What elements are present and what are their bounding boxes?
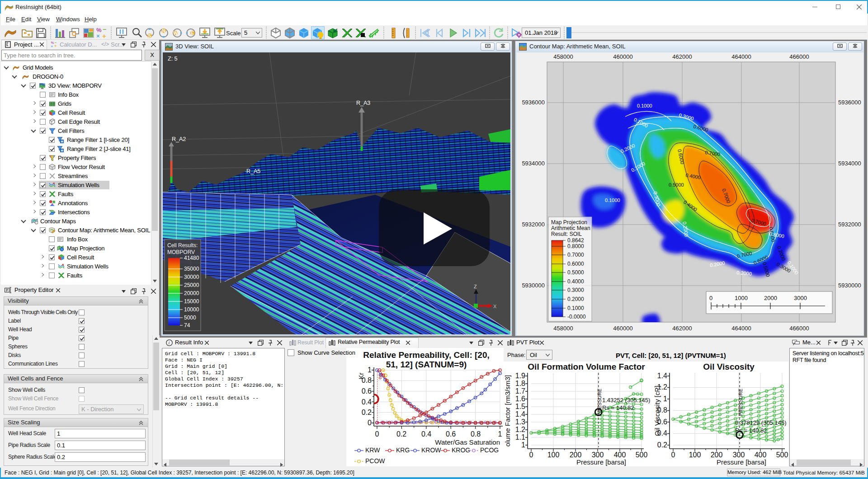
svg-text:0.2: 0.2 [362, 409, 372, 416]
svg-text:1: 1 [368, 366, 372, 374]
svg-text:100: 100 [547, 451, 560, 459]
svg-text:200: 200 [570, 451, 582, 459]
svg-text:100: 100 [689, 451, 701, 459]
svg-text:1.2: 1.2 [515, 426, 525, 433]
svg-text:0.1000: 0.1000 [605, 197, 620, 203]
svg-text:458000: 458000 [553, 325, 573, 332]
svg-text:0.4: 0.4 [362, 398, 372, 406]
svg-text:PCOG: PCOG [480, 446, 499, 454]
svg-text:0.2: 0.2 [396, 430, 406, 438]
svg-text:300: 300 [733, 451, 745, 459]
svg-text:1.1: 1.1 [515, 433, 525, 441]
svg-text:1: 1 [521, 441, 525, 449]
svg-text:35000: 35000 [184, 266, 199, 272]
svg-text:0.8642: 0.8642 [567, 237, 584, 244]
svg-text:Pressure [barsa]: Pressure [barsa] [576, 458, 626, 466]
svg-text:0.6000: 0.6000 [567, 261, 584, 267]
svg-text:1: 1 [663, 395, 667, 403]
svg-text:S: S [148, 33, 151, 38]
svg-text:0: 0 [375, 430, 379, 438]
svg-text:0: 0 [529, 451, 533, 459]
svg-text:R_A2: R_A2 [172, 136, 186, 142]
svg-text:×: × [51, 44, 53, 48]
svg-text:MOBPORV: MOBPORV [167, 249, 195, 255]
svg-text:KRG: KRG [396, 446, 410, 454]
svg-text:R_A3: R_A3 [356, 100, 370, 106]
svg-text:Oil Viscosity: Oil Viscosity [703, 362, 755, 371]
svg-text:E: E [191, 31, 194, 36]
svg-text:5932000: 5932000 [838, 221, 861, 228]
svg-text:0.7000: 0.7000 [567, 252, 584, 258]
svg-text:25000: 25000 [184, 282, 199, 288]
svg-text:0.5000: 0.5000 [567, 269, 584, 276]
svg-text:464000: 464000 [731, 53, 751, 60]
svg-text:2000: 2000 [764, 295, 777, 301]
svg-text:3000: 3000 [794, 295, 807, 301]
svg-text:0.2000: 0.2000 [567, 296, 584, 302]
svg-text:Rs = 140.82: Rs = 140.82 [602, 404, 634, 411]
svg-text:Result: SOIL: Result: SOIL [551, 231, 582, 237]
svg-text:200: 200 [711, 451, 723, 459]
svg-text:R_A5: R_A5 [246, 168, 260, 174]
svg-text:Map Projection: Map Projection [551, 219, 587, 225]
svg-text:460000: 460000 [613, 325, 632, 332]
svg-text:0: 0 [368, 419, 372, 427]
svg-text:-0.0000: -0.0000 [567, 314, 586, 320]
svg-text:10000: 10000 [184, 306, 199, 313]
svg-text:0.5000: 0.5000 [669, 182, 684, 188]
svg-text:+: + [102, 32, 106, 39]
svg-text:Oil Formation Volume Factor: Oil Formation Volume Factor [528, 362, 645, 371]
svg-text:1: 1 [498, 430, 502, 438]
svg-text:500: 500 [636, 451, 648, 459]
svg-text:0.8000: 0.8000 [567, 243, 584, 249]
svg-text:5936000: 5936000 [522, 99, 545, 106]
svg-text:0.378129 (305.145): 0.378129 (305.145) [735, 419, 786, 426]
svg-text:KROW: KROW [421, 446, 441, 454]
svg-text:1.7: 1.7 [515, 387, 525, 395]
svg-text:0.4000: 0.4000 [567, 278, 584, 285]
svg-text:Cell Results:: Cell Results: [167, 242, 198, 249]
svg-text:PCOW: PCOW [365, 457, 385, 465]
svg-text:460000: 460000 [613, 53, 632, 60]
svg-text:+: + [54, 44, 57, 48]
svg-text:0.2: 0.2 [657, 441, 667, 449]
svg-text:466000: 466000 [789, 53, 809, 60]
svg-text:400: 400 [755, 451, 767, 459]
svg-text:PRESSURE: PRESSURE [738, 389, 743, 416]
svg-text:20000: 20000 [184, 290, 199, 296]
svg-text:464000: 464000 [731, 325, 751, 332]
svg-text:15000: 15000 [184, 298, 199, 305]
svg-text:51, 12] (SATNUM=9): 51, 12] (SATNUM=9) [386, 360, 467, 369]
svg-text:0.6: 0.6 [362, 387, 372, 395]
svg-text:462000: 462000 [672, 325, 692, 332]
svg-text:a: a [51, 202, 53, 207]
svg-text:1.8: 1.8 [515, 380, 525, 387]
svg-text:462000: 462000 [672, 53, 692, 60]
svg-text:0.4: 0.4 [421, 430, 431, 438]
svg-text:400: 400 [614, 451, 626, 459]
svg-text:Z: Z [474, 284, 477, 289]
svg-text:5932000: 5932000 [522, 221, 545, 228]
svg-text:1.4: 1.4 [515, 410, 525, 418]
svg-text:olume Factor [rm3/sm3]: olume Factor [rm3/sm3] [504, 375, 511, 446]
svg-text:0: 0 [709, 295, 712, 301]
svg-text:Oil Viscosity [cP]: Oil Viscosity [cP] [653, 385, 661, 436]
svg-text:KRW: KRW [365, 446, 380, 454]
svg-text:0.3000: 0.3000 [567, 287, 584, 293]
svg-text:i: i [169, 340, 170, 345]
svg-text:1.5: 1.5 [515, 403, 525, 410]
svg-text:5930000: 5930000 [838, 282, 861, 289]
svg-text:Kr: Kr [357, 372, 365, 379]
svg-text:Rs = 140.82: Rs = 140.82 [735, 427, 767, 434]
svg-text:0.8: 0.8 [471, 430, 481, 438]
svg-text:0.6: 0.6 [446, 430, 456, 438]
svg-text:5936000: 5936000 [838, 99, 861, 106]
svg-text:458000: 458000 [553, 53, 573, 60]
svg-text:1.6: 1.6 [515, 395, 525, 403]
svg-text:×: × [96, 33, 100, 39]
svg-text:Water/Gas Saturation: Water/Gas Saturation [435, 438, 500, 446]
svg-text:466000: 466000 [789, 325, 809, 332]
svg-text:W: W [174, 31, 178, 36]
svg-text:5000: 5000 [184, 315, 196, 321]
svg-text:30000: 30000 [184, 274, 199, 280]
